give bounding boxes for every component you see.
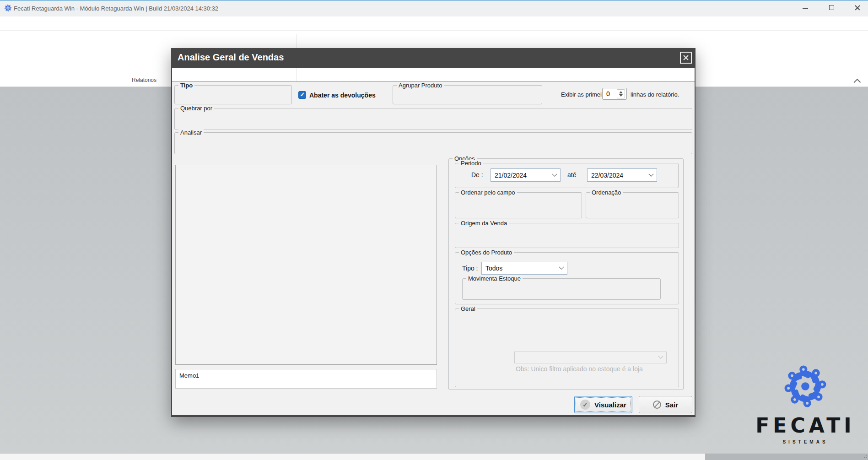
groupbox-ordenar-pelo-campo: Ordenar pelo campo — [455, 192, 582, 218]
dialog-titlebar[interactable]: Analise Geral de Vendas — [171, 48, 695, 68]
dialog-close-icon[interactable] — [680, 52, 692, 64]
groupbox-legend: Origem da Venda — [459, 220, 509, 227]
logo-brand-text: FECATI — [753, 414, 858, 437]
visualizar-button[interactable]: ✓ Visualizar — [574, 396, 632, 413]
exibir-estoque-combobox — [514, 352, 667, 363]
visualizar-label: Visualizar — [594, 401, 626, 409]
spinner-up-icon[interactable] — [619, 91, 623, 93]
chevron-down-icon — [559, 265, 564, 270]
cancel-icon — [653, 400, 661, 409]
fecati-logo-icon — [782, 363, 829, 410]
date-from-combobox[interactable]: 21/02/2024 — [491, 168, 561, 182]
checkbox-label[interactable]: Abater as devoluções — [309, 92, 376, 99]
groupbox-movimenta-estoque: Movimenta Estoque — [462, 278, 661, 300]
dialog-border — [695, 68, 695, 82]
checkbox-abater-devolucoes[interactable] — [298, 91, 306, 99]
groupbox-legend: Quebrar por — [178, 105, 214, 112]
groupbox-quebrar-por: Quebrar por — [174, 108, 692, 130]
tipo-produto-combobox[interactable]: Todos — [481, 262, 567, 275]
filtros-panel — [175, 165, 437, 365]
logo-subtitle: SISTEMAS — [753, 439, 858, 444]
groupbox-legend: Periodo — [459, 160, 483, 167]
tipo-produto-label: Tipo : — [462, 265, 478, 272]
maximize-button[interactable] — [821, 0, 842, 16]
sair-label: Sair — [665, 401, 678, 409]
minimize-button[interactable] — [795, 0, 816, 16]
memo-field[interactable]: Memo1 — [175, 369, 437, 389]
groupbox-legend: Ordenar pelo campo — [459, 189, 517, 196]
ribbon-group-label: Relatorios — [121, 77, 167, 83]
date-to-combobox[interactable]: 22/03/2024 — [587, 168, 657, 182]
spinner-down-icon[interactable] — [619, 94, 623, 97]
groupbox-origem-da-venda: Origem da Venda — [455, 223, 679, 248]
chevron-down-icon — [552, 171, 557, 176]
groupbox-legend: Analisar — [178, 129, 204, 136]
date-to-value: 22/03/2024 — [591, 172, 623, 179]
groupbox-legend: Movimenta Estoque — [466, 275, 523, 282]
fecati-logo: FECATI SISTEMAS — [753, 363, 858, 444]
groupbox-legend: Agrupar Produto — [397, 82, 444, 89]
statusbar-right-panel — [705, 454, 868, 460]
de-label: De : — [471, 171, 483, 179]
estoque-obs-note: Obs: Unico filtro aplicado no estoque é … — [516, 365, 643, 373]
window-accent-border — [0, 0, 868, 1]
date-from-value: 21/02/2024 — [495, 172, 527, 179]
groupbox-tipo: Tipo — [174, 85, 292, 104]
chevron-up-icon[interactable] — [854, 79, 861, 86]
menubar — [0, 16, 868, 31]
dialog-title: Analise Geral de Vendas — [178, 52, 284, 63]
groupbox-ordenacao: Ordenação — [586, 192, 679, 218]
titlebar: Fecati Retaguarda Win - Módulo Retaguard… — [0, 1, 868, 16]
groupbox-legend: Ordenação — [590, 189, 623, 196]
groupbox-geral: Geral — [455, 308, 679, 387]
statusbar — [0, 453, 868, 460]
groupbox-legend: Geral — [459, 305, 477, 312]
check-icon: ✓ — [580, 400, 590, 410]
linhas-spinner[interactable]: 0 — [602, 88, 627, 100]
app-icon — [4, 4, 12, 12]
groupbox-analisar: Analisar — [174, 132, 692, 154]
dialog-border — [171, 68, 172, 82]
memo-text: Memo1 — [179, 372, 199, 379]
resize-grip[interactable] — [866, 455, 867, 456]
close-window-button[interactable] — [847, 0, 868, 16]
ate-label: até — [567, 171, 576, 179]
chevron-down-icon — [658, 354, 663, 359]
groupbox-legend: Opções do Produto — [459, 249, 514, 256]
tipo-produto-value: Todos — [485, 265, 502, 272]
groupbox-agrupar-produto: Agrupar Produto — [393, 85, 542, 104]
groupbox-legend: Tipo — [178, 82, 194, 89]
sair-button[interactable]: Sair — [639, 396, 692, 413]
window-title: Fecati Retaguarda Win - Módulo Retaguard… — [14, 5, 218, 12]
exibir-primeiras-suffix: linhas do relatório. — [631, 91, 679, 98]
chevron-down-icon — [648, 171, 653, 176]
spinner-value[interactable]: 0 — [606, 90, 610, 97]
